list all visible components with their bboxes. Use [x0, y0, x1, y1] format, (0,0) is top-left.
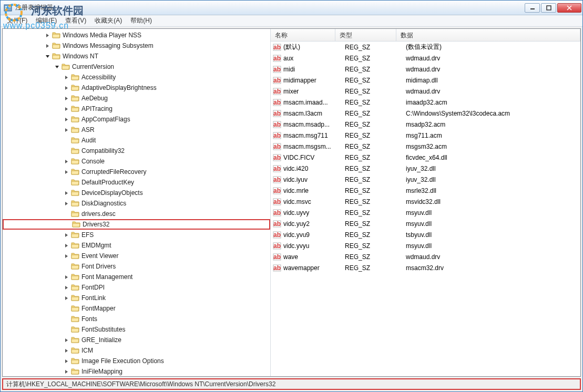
expander-icon[interactable]: [64, 306, 69, 312]
list-row[interactable]: abmidiREG_SZwdmaud.drv: [271, 64, 580, 75]
list-row[interactable]: abVIDC.FICVREG_SZficvdec_x64.dll: [271, 152, 580, 163]
tree-item[interactable]: AeDebug: [3, 93, 270, 104]
col-type[interactable]: 类型: [335, 29, 396, 41]
expander-icon[interactable]: [45, 33, 50, 38]
tree-item[interactable]: Console: [3, 156, 270, 167]
tree-item[interactable]: Drivers32: [3, 219, 270, 230]
tree-item[interactable]: EFS: [3, 230, 270, 240]
expander-icon[interactable]: [54, 64, 60, 70]
expander-icon[interactable]: [64, 264, 69, 270]
tree-item[interactable]: ICM: [3, 345, 270, 356]
expander-icon[interactable]: [64, 211, 69, 217]
expander-icon[interactable]: [64, 274, 69, 280]
list-row[interactable]: abmsacm.msgsm...REG_SZmsgsm32.acm: [271, 141, 580, 152]
expander-icon[interactable]: [64, 138, 69, 143]
menu-view[interactable]: 查看(V): [61, 15, 90, 26]
expander-icon[interactable]: [64, 159, 69, 164]
expander-icon[interactable]: [45, 54, 50, 59]
expander-icon[interactable]: [64, 96, 69, 101]
titlebar[interactable]: 注册表编辑器: [1, 1, 582, 15]
list-row[interactable]: abauxREG_SZwdmaud.drv: [271, 53, 580, 64]
tree-item[interactable]: Image File Execution Options: [3, 356, 270, 366]
expander-icon[interactable]: [64, 75, 69, 80]
tree-item[interactable]: Font Drivers: [3, 261, 270, 272]
tree-item[interactable]: CorruptedFileRecovery: [3, 167, 270, 177]
menu-help[interactable]: 帮助(H): [126, 15, 156, 26]
minimize-button[interactable]: [525, 3, 540, 13]
menu-file[interactable]: 文件(F): [3, 15, 32, 26]
expander-icon[interactable]: [64, 348, 69, 354]
expander-icon[interactable]: [64, 169, 69, 175]
list-row[interactable]: abvidc.mrleREG_SZmsrle32.dll: [271, 185, 580, 196]
list-row[interactable]: abmidimapperREG_SZmidimap.dll: [271, 75, 580, 86]
tree-item[interactable]: FontDPI: [3, 282, 270, 293]
menu-favorites[interactable]: 收藏夹(A): [90, 15, 126, 26]
tree-item[interactable]: FontLink: [3, 293, 270, 303]
tree-item[interactable]: CurrentVersion: [3, 61, 270, 72]
tree-item[interactable]: AppCompatFlags: [3, 114, 270, 125]
tree-item[interactable]: AdaptiveDisplayBrightness: [3, 82, 270, 93]
expander-icon[interactable]: [64, 369, 69, 375]
tree-item[interactable]: EMDMgmt: [3, 240, 270, 251]
expander-icon[interactable]: [64, 337, 69, 343]
tree-item[interactable]: DefaultProductKey: [3, 177, 270, 188]
tree-item[interactable]: Compatibility32: [3, 146, 270, 156]
expander-icon[interactable]: [64, 85, 69, 91]
list-row[interactable]: abvidc.yvu9REG_SZtsbyuv.dll: [271, 229, 580, 240]
tree-item[interactable]: Windows NT: [3, 51, 270, 61]
expander-icon[interactable]: [64, 190, 69, 196]
expander-icon[interactable]: [65, 222, 70, 228]
expander-icon[interactable]: [45, 43, 50, 49]
list-row[interactable]: abvidc.iyuvREG_SZiyuv_32.dll: [271, 174, 580, 185]
expander-icon[interactable]: [64, 243, 69, 249]
tree-item[interactable]: DiskDiagnostics: [3, 198, 270, 209]
tree-item[interactable]: Event Viewer: [3, 251, 270, 261]
expander-icon[interactable]: [64, 117, 69, 122]
expander-icon[interactable]: [64, 232, 69, 238]
list-row[interactable]: abwavemapperREG_SZmsacm32.drv: [271, 262, 580, 273]
col-name[interactable]: 名称: [271, 29, 335, 41]
list-row[interactable]: abmixerREG_SZwdmaud.drv: [271, 86, 580, 97]
list-row[interactable]: abvidc.i420REG_SZiyuv_32.dll: [271, 163, 580, 174]
tree-item[interactable]: FontMapper: [3, 303, 270, 314]
tree-pane[interactable]: Windows Media Player NSSWindows Messagin…: [3, 29, 271, 376]
tree-item[interactable]: APITracing: [3, 104, 270, 114]
expander-icon[interactable]: [64, 106, 69, 112]
tree-item[interactable]: drivers.desc: [3, 209, 270, 219]
list-row[interactable]: abmsacm.l3acmREG_SZC:\Windows\System32\l…: [271, 108, 580, 119]
list-row[interactable]: abvidc.yuy2REG_SZmsyuv.dll: [271, 218, 580, 229]
list-row[interactable]: abmsacm.msadp...REG_SZmsadp32.acm: [271, 119, 580, 130]
list-body[interactable]: ab(默认)REG_SZ(数值未设置)abauxREG_SZwdmaud.drv…: [271, 42, 580, 376]
tree-item[interactable]: Accessibility: [3, 72, 270, 82]
tree-item[interactable]: IniFileMapping: [3, 366, 270, 376]
expander-icon[interactable]: [64, 358, 69, 364]
expander-icon[interactable]: [64, 316, 69, 322]
list-row[interactable]: abwaveREG_SZwdmaud.drv: [271, 251, 580, 262]
expander-icon[interactable]: [64, 201, 69, 207]
close-button[interactable]: [557, 3, 581, 13]
list-row[interactable]: abvidc.uyvyREG_SZmsyuv.dll: [271, 207, 580, 218]
tree-item[interactable]: Windows Messaging Subsystem: [3, 40, 270, 51]
tree-item[interactable]: Fonts: [3, 314, 270, 324]
tree-item[interactable]: Font Management: [3, 272, 270, 282]
list-row[interactable]: ab(默认)REG_SZ(数值未设置): [271, 42, 580, 53]
list-row[interactable]: abmsacm.msg711REG_SZmsg711.acm: [271, 130, 580, 141]
list-row[interactable]: abmsacm.imaad...REG_SZimaadp32.acm: [271, 97, 580, 108]
menu-edit[interactable]: 编辑(E): [32, 15, 61, 26]
tree-item[interactable]: Audit: [3, 135, 270, 146]
col-data[interactable]: 数据: [396, 29, 580, 41]
tree-item[interactable]: GRE_Initialize: [3, 335, 270, 345]
expander-icon[interactable]: [64, 285, 69, 291]
expander-icon[interactable]: [64, 295, 69, 301]
tree-item[interactable]: DeviceDisplayObjects: [3, 188, 270, 198]
tree-item[interactable]: Windows Media Player NSS: [3, 30, 270, 40]
expander-icon[interactable]: [64, 127, 69, 133]
expander-icon[interactable]: [64, 180, 69, 185]
expander-icon[interactable]: [64, 327, 69, 333]
expander-icon[interactable]: [64, 253, 69, 259]
expander-icon[interactable]: [64, 148, 69, 154]
maximize-button[interactable]: [541, 3, 556, 13]
list-row[interactable]: abvidc.yvyuREG_SZmsyuv.dll: [271, 240, 580, 251]
list-row[interactable]: abvidc.msvcREG_SZmsvidc32.dll: [271, 196, 580, 207]
tree-item[interactable]: FontSubstitutes: [3, 324, 270, 335]
